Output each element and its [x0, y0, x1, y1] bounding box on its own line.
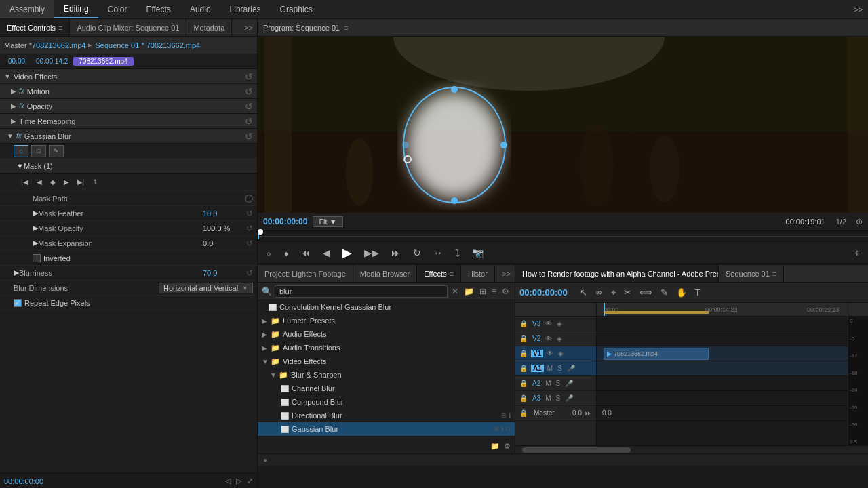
track-speaker-v3[interactable]: ◈	[555, 319, 564, 328]
track-row-a1[interactable]	[597, 361, 848, 376]
inverted-checkbox[interactable]	[33, 254, 41, 262]
tool-select[interactable]: ↖	[577, 286, 590, 299]
camera-btn[interactable]: 📷	[469, 246, 486, 260]
track-row-v3[interactable]	[597, 317, 848, 331]
blurriness-value[interactable]: 70.0	[203, 269, 243, 277]
loop-btn[interactable]: ↻	[410, 246, 424, 260]
list-item[interactable]: ⬜ Gaussian Blur ⊞ ℹ ⊡	[258, 422, 515, 436]
time-remapping-reset[interactable]: ↺	[245, 116, 253, 127]
search-sort-btn[interactable]: ⚙	[500, 285, 511, 298]
motion-reset[interactable]: ↺	[245, 86, 253, 97]
nav-effects[interactable]: Effects	[136, 0, 180, 18]
nav-more[interactable]: >>	[848, 5, 868, 14]
track-toggle-a1[interactable]: A1	[531, 365, 544, 372]
mask-go-end-btn[interactable]: ▶|	[75, 178, 87, 186]
mask-1-header[interactable]: ▼ Mask (1)	[0, 159, 257, 174]
tab-project[interactable]: Project: Lighten Footage	[258, 265, 353, 282]
track-row-v1[interactable]: ▶ 708213662.mp4	[597, 346, 848, 361]
track-toggle-a2[interactable]: A2	[531, 379, 542, 388]
track-toggle-v1[interactable]: V1	[531, 350, 543, 357]
effects-scroll-area[interactable]: ▼ Video Effects ↺ ▶ fx Motion ↺ ▶ fx Opa…	[0, 69, 257, 473]
master-end-btn[interactable]: ⏭	[584, 409, 593, 418]
mask-next-frame-btn[interactable]: ▶	[62, 178, 71, 186]
video-effects-header[interactable]: ▼ Video Effects ↺	[0, 69, 257, 84]
monitor-menu-icon[interactable]: ≡	[344, 24, 348, 32]
step-back-btn[interactable]: ◀	[320, 246, 333, 260]
timeline-scrollbar[interactable]	[515, 445, 868, 453]
rect-shape-btn[interactable]: □	[31, 145, 46, 157]
track-mute-a3[interactable]: M	[544, 394, 552, 403]
source-file-link[interactable]: 708213662.mp4	[32, 41, 86, 49]
step-forward-btn[interactable]: ▶▶	[361, 246, 382, 260]
tool-text[interactable]: T	[692, 286, 703, 299]
nav-libraries[interactable]: Libraries	[220, 0, 271, 18]
source-sequence-link[interactable]: Sequence 01 * 708213662.mp4	[95, 41, 200, 49]
mask-prev-frame-btn[interactable]: ◀	[35, 178, 44, 186]
repeat-edge-checkbox[interactable]: ✓	[14, 299, 22, 307]
time-remapping-header[interactable]: ▶ Time Remapping ↺	[0, 114, 257, 129]
tool-slip[interactable]: ⟺	[637, 286, 655, 299]
list-item[interactable]: ⬜ Convolution Kernel Gaussian Blur	[258, 300, 515, 314]
track-row-v2[interactable]	[597, 331, 848, 346]
monitor-fit-dropdown[interactable]: Fit ▼	[313, 216, 342, 227]
nav-editing[interactable]: Editing	[54, 0, 98, 18]
tab-media-browser[interactable]: Media Browser	[353, 265, 417, 282]
effects-nav-right[interactable]: ▷	[236, 476, 241, 485]
mask-opacity-reset[interactable]: ↺	[246, 224, 253, 233]
mask-go-start-btn[interactable]: |◀	[19, 178, 31, 186]
track-speaker-v1[interactable]: ◈	[557, 349, 565, 358]
blur-dimensions-dropdown[interactable]: Horizontal and Vertical ▼	[159, 283, 253, 293]
track-row-a3[interactable]	[597, 391, 848, 406]
track-mute-a1[interactable]: M	[546, 364, 554, 373]
ellipse-shape-btn[interactable]: ○	[14, 145, 28, 157]
track-lock-master[interactable]: 🔒	[518, 409, 529, 418]
track-lock-v2[interactable]: 🔒	[518, 334, 529, 343]
tool-razor[interactable]: ✂	[621, 286, 634, 299]
play-pause-btn[interactable]: ▶	[340, 244, 355, 262]
track-eye-v3[interactable]: 👁	[544, 319, 553, 328]
panel-settings-icon[interactable]: ⚙	[504, 442, 511, 451]
monitor-scrubber[interactable]	[258, 230, 868, 241]
list-item[interactable]: ▶ 📁 Audio Transitions	[258, 341, 515, 354]
track-solo-a1[interactable]: S	[556, 364, 564, 373]
nav-color[interactable]: Color	[98, 0, 137, 18]
mask-feather-reset[interactable]: ↺	[246, 209, 253, 218]
track-mute-a2[interactable]: M	[544, 379, 552, 388]
goto-out-btn[interactable]: ⏭	[389, 246, 403, 260]
effects-nav-expand[interactable]: ⤢	[247, 476, 253, 485]
motion-effect-header[interactable]: ▶ fx Motion ↺	[0, 84, 257, 99]
tab-sequence-01[interactable]: Sequence 01 ≡	[719, 265, 784, 282]
tool-track-select[interactable]: ⇏	[593, 286, 606, 299]
search-clear-btn[interactable]: ✕	[450, 285, 460, 298]
effects-search-input[interactable]	[275, 285, 448, 298]
search-grid-btn[interactable]: ⊞	[478, 285, 488, 298]
mask-add-keyframe-btn[interactable]: ◆	[48, 178, 58, 186]
track-lock-v1[interactable]: 🔒	[518, 349, 529, 358]
tab-effect-controls[interactable]: Effect Controls ≡	[0, 19, 70, 36]
nav-audio[interactable]: Audio	[180, 0, 220, 18]
track-toggle-a3[interactable]: A3	[531, 394, 542, 403]
insert-btn[interactable]: ↔	[431, 246, 446, 260]
tab-metadata[interactable]: Metadata	[186, 19, 232, 36]
search-list-btn[interactable]: ≡	[490, 285, 498, 298]
track-row-a2[interactable]	[597, 376, 848, 391]
pen-shape-btn[interactable]: ✎	[49, 145, 64, 157]
track-lock-v3[interactable]: 🔒	[518, 319, 529, 328]
mask-extra-btn[interactable]: ⤒	[90, 178, 100, 186]
track-toggle-v2[interactable]: V2	[531, 334, 542, 343]
list-item[interactable]: ▼ 📁 Blur & Sharpen	[258, 368, 515, 382]
blurriness-reset[interactable]: ↺	[246, 268, 253, 278]
tool-hand[interactable]: ✋	[673, 286, 690, 299]
gaussian-blur-header[interactable]: ▼ fx Gaussian Blur ↺	[0, 129, 257, 144]
nav-assembly[interactable]: Assembly	[0, 0, 54, 18]
overwrite-btn[interactable]: ⤵	[452, 246, 462, 260]
mask-expansion-reset[interactable]: ↺	[246, 239, 253, 248]
gaussian-blur-reset[interactable]: ↺	[245, 131, 253, 142]
tab-effects[interactable]: Effects ≡	[417, 265, 461, 282]
list-item[interactable]: ▼ 📁 Video Effects	[258, 354, 515, 368]
opacity-effect-header[interactable]: ▶ fx Opacity ↺	[0, 99, 257, 114]
tool-pen[interactable]: ✎	[658, 286, 671, 299]
video-effects-reset[interactable]: ↺	[245, 71, 253, 82]
mark-in-btn[interactable]: ⬦	[263, 246, 274, 260]
nav-graphics[interactable]: Graphics	[271, 0, 322, 18]
